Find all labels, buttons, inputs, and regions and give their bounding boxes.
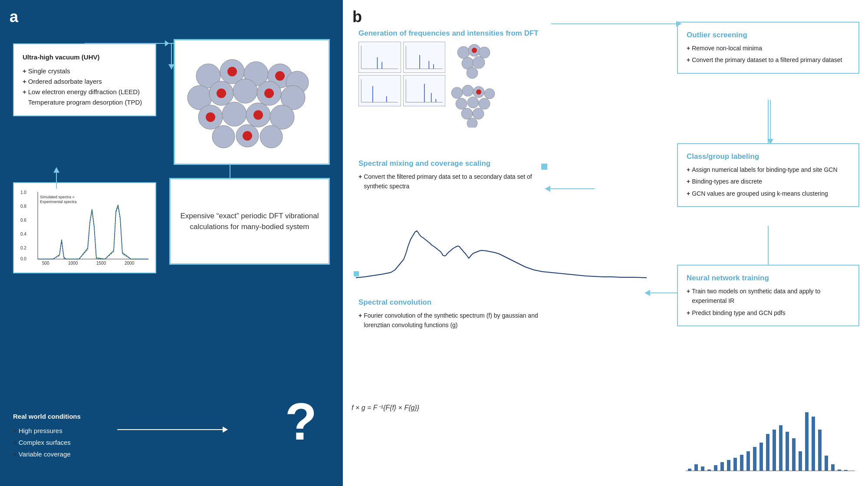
svg-point-21: [227, 67, 237, 76]
svg-rect-96: [720, 462, 724, 471]
svg-point-11: [233, 79, 257, 103]
svg-rect-102: [760, 443, 763, 471]
spectra-box: 1.0 0.8 0.6 0.4 0.2 0.0 500 1000 1500 20…: [13, 182, 156, 273]
neural-net-box: Neural network training + Train two mode…: [677, 265, 859, 326]
svg-text:1500: 1500: [96, 261, 106, 266]
svg-rect-109: [805, 412, 809, 471]
crystal-svg: [187, 50, 317, 154]
svg-point-73: [451, 87, 463, 99]
panel-a-label: a: [10, 8, 18, 26]
gen-freq-title: Generation of frequencies and intensitie…: [358, 29, 553, 38]
svg-marker-1: [165, 40, 169, 46]
svg-text:500: 500: [42, 261, 49, 266]
gen-freq-section: Generation of frequencies and intensitie…: [352, 22, 560, 135]
svg-text:Experimental spectra: Experimental spectra: [40, 200, 77, 204]
class-group-title: Class/group labeling: [687, 152, 850, 161]
spectral-conv-section: Spectral convolution + Fourier convoluti…: [352, 291, 569, 337]
atom-clusters: [450, 42, 498, 128]
svg-rect-100: [746, 451, 750, 471]
svg-rect-111: [818, 430, 822, 471]
svg-point-76: [484, 89, 495, 99]
spectra-grid: [358, 42, 445, 102]
svg-text:2000: 2000: [125, 261, 135, 266]
bar-chart-svg: [684, 391, 857, 477]
svg-point-81: [473, 108, 484, 119]
spectra-grid-container: [358, 42, 553, 128]
svg-point-25: [206, 112, 215, 122]
svg-text:0.4: 0.4: [20, 232, 26, 236]
svg-marker-118: [644, 290, 650, 296]
arrow-neural-left: [642, 286, 677, 299]
svg-point-70: [473, 56, 485, 69]
svg-rect-107: [792, 438, 796, 471]
svg-point-83: [476, 89, 481, 95]
svg-rect-108: [799, 451, 802, 471]
crystal-box: [174, 39, 330, 165]
spectra-thumb-3: [358, 75, 401, 106]
svg-point-27: [243, 131, 252, 141]
svg-point-18: [212, 125, 235, 148]
svg-rect-112: [825, 456, 828, 471]
spectral-conv-title: Spectral convolution: [358, 298, 562, 307]
svg-rect-97: [727, 460, 730, 471]
svg-rect-123: [541, 164, 547, 170]
svg-rect-98: [733, 458, 737, 471]
small-cluster-svg: [455, 42, 494, 81]
svg-point-20: [260, 125, 283, 148]
real-world-title: Real world conditions: [13, 410, 81, 422]
arrow-to-mixing: [542, 182, 595, 195]
svg-marker-89: [545, 186, 550, 192]
svg-rect-106: [786, 432, 789, 471]
formula: f × g = F⁻¹{F{f} × F{g}}: [352, 404, 419, 412]
connector-top-b: [551, 17, 686, 30]
svg-rect-105: [779, 425, 783, 471]
panel-a: a Ultra-high vacuum (UHV) + Single cryst…: [0, 0, 343, 486]
spectra-thumb-4: [403, 75, 446, 106]
svg-rect-93: [701, 466, 704, 471]
svg-rect-90: [354, 271, 359, 276]
svg-point-26: [253, 110, 263, 120]
svg-point-78: [467, 97, 479, 108]
spectra-thumb-2: [403, 42, 446, 73]
svg-point-23: [217, 89, 226, 98]
neural-net-title: Neural network training: [687, 273, 850, 283]
panel-b: b Generation of frequencies and intensit…: [343, 0, 868, 486]
svg-rect-110: [812, 417, 815, 471]
small-square-left: [540, 163, 548, 171]
svg-point-71: [467, 67, 478, 79]
svg-rect-92: [694, 464, 698, 471]
arrow-up-uhv: [43, 165, 69, 191]
arrow-down-from-top-right: [766, 98, 775, 150]
outlier-box: Outlier screening + Remove non-local min…: [677, 22, 859, 74]
svg-point-77: [456, 98, 467, 109]
svg-marker-47: [223, 427, 228, 433]
svg-point-15: [222, 102, 247, 126]
svg-point-24: [264, 89, 274, 98]
svg-text:Simulated spectra =: Simulated spectra =: [40, 195, 75, 199]
big-cluster-svg: [450, 84, 498, 128]
outlier-title: Outlier screening: [687, 30, 850, 40]
svg-text:0.2: 0.2: [20, 246, 26, 250]
svg-marker-122: [767, 139, 773, 144]
uhv-item-2: + Ordered adsorbate layers: [23, 76, 147, 87]
svg-point-66: [457, 46, 470, 59]
spectral-mixing-title: Spectral mixing and coverage scaling: [358, 159, 540, 168]
svg-text:1000: 1000: [68, 261, 78, 266]
svg-text:1.0: 1.0: [20, 190, 26, 195]
svg-text:0.8: 0.8: [20, 204, 26, 209]
dft-box: Expensive “exact” periodic DFT vibration…: [169, 178, 330, 265]
svg-point-68: [479, 47, 490, 58]
svg-point-82: [467, 118, 477, 128]
dft-text: Expensive “exact” periodic DFT vibration…: [179, 210, 320, 233]
svg-marker-45: [53, 167, 59, 173]
svg-point-22: [275, 71, 285, 81]
class-group-box: Class/group labeling + Assign numerical …: [677, 143, 859, 207]
svg-rect-99: [740, 455, 743, 471]
spectral-mixing-section: Spectral mixing and coverage scaling + C…: [352, 152, 547, 198]
svg-point-79: [479, 98, 490, 109]
svg-rect-95: [714, 465, 717, 471]
svg-rect-101: [753, 447, 756, 471]
svg-rect-104: [773, 430, 776, 471]
svg-rect-114: [838, 470, 841, 471]
svg-point-74: [462, 85, 473, 96]
